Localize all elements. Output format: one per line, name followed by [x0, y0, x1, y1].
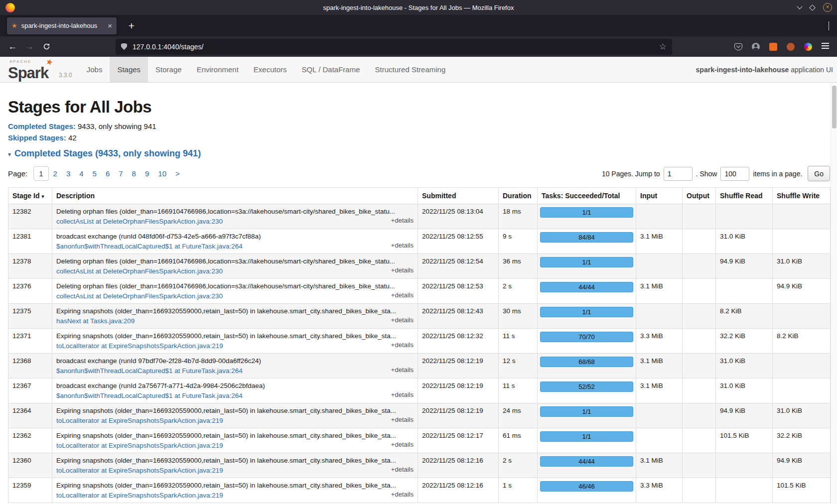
stage-description: Expiring snapshots (older_than=166932055… [56, 332, 414, 340]
table-row: 12367 broadcast exchange (runId 2a75677f… [8, 378, 831, 403]
stage-description: Deleting orphan files (older_than=166910… [56, 257, 414, 265]
stage-detail-link[interactable]: toLocalIterator at ExpireSnapshotsSparkA… [56, 342, 223, 350]
bookmark-star-icon[interactable]: ☆ [659, 41, 667, 52]
skipped-stages-link[interactable]: Skipped Stages: [8, 133, 66, 142]
items-per-page-input[interactable] [720, 167, 749, 181]
reload-button[interactable] [38, 39, 55, 54]
col-header-output[interactable]: Output [683, 188, 716, 204]
details-toggle[interactable]: +details [391, 466, 414, 473]
tab-bar: ★ spark-ingest-into-lakehous × + [0, 15, 837, 36]
details-toggle[interactable]: +details [391, 416, 414, 423]
hamburger-menu-icon[interactable] [822, 45, 829, 46]
forward-button[interactable]: → [21, 39, 38, 54]
new-tab-button[interactable]: + [125, 20, 139, 32]
jump-to-page-input[interactable] [664, 167, 693, 181]
col-header-submitted[interactable]: Submitted [418, 188, 499, 204]
nav-tab-structured-streaming[interactable]: Structured Streaming [368, 57, 453, 82]
details-toggle[interactable]: +details [391, 341, 414, 349]
details-toggle[interactable]: +details [391, 291, 414, 299]
stage-description: Expiring snapshots (older_than=166932055… [56, 457, 414, 464]
privacy-badger-extension-icon[interactable] [769, 43, 777, 51]
col-header-shuffle-write[interactable]: Shuffle Write [773, 188, 831, 204]
input-cell [636, 204, 683, 229]
description-cell: Expiring snapshots (older_than=166932055… [52, 329, 418, 354]
page-button[interactable]: 7 [114, 167, 127, 180]
completed-stages-section-toggle[interactable]: ▾ Completed Stages (9433, only showing 9… [8, 148, 830, 159]
application-ui-label: spark-ingest-into-lakehouse application … [696, 66, 833, 74]
stage-detail-link[interactable]: $anonfun$withThreadLocalCaptured$1 at Fu… [56, 392, 243, 399]
list-all-tabs-button[interactable] [829, 21, 829, 30]
stage-detail-link[interactable]: collectAsList at DeleteOrphanFilesSparkA… [56, 267, 223, 275]
tracking-protection-shield-icon[interactable] [121, 43, 127, 50]
stage-detail-link[interactable]: collectAsList at DeleteOrphanFilesSparkA… [56, 218, 223, 225]
col-header-description[interactable]: Description [52, 188, 418, 204]
stage-description: Deleting orphan files (older_than=166910… [56, 282, 414, 290]
url-bar[interactable]: 127.0.0.1:4040/stages/ ☆ [116, 39, 672, 55]
details-toggle[interactable]: +details [391, 391, 414, 398]
details-toggle[interactable]: +details [391, 491, 414, 498]
section-title: Completed Stages (9433, only showing 941… [14, 148, 201, 159]
tasks-progress-bar: 44/44 [540, 282, 633, 292]
details-toggle[interactable]: +details [391, 242, 414, 249]
page-button[interactable]: 6 [101, 167, 114, 180]
tab-close-button[interactable]: × [108, 21, 112, 30]
window-minimize-button[interactable] [797, 3, 802, 9]
nav-tab-executors[interactable]: Executors [246, 57, 294, 82]
col-header-stage-id[interactable]: Stage Id ▾ [8, 188, 52, 204]
page-button[interactable]: 5 [88, 167, 101, 180]
stage-detail-link[interactable]: toLocalIterator at ExpireSnapshotsSparkA… [56, 492, 223, 499]
stage-detail-link[interactable]: toLocalIterator at ExpireSnapshotsSparkA… [56, 442, 223, 449]
col-header-input[interactable]: Input [636, 188, 683, 204]
stage-description: Expiring snapshots (older_than=166932055… [56, 407, 414, 414]
input-cell [636, 304, 683, 329]
window-close-button[interactable]: × [823, 3, 832, 12]
extension-icon[interactable] [787, 43, 795, 51]
nav-tab-jobs[interactable]: Jobs [79, 57, 110, 82]
page-button[interactable]: 3 [62, 167, 75, 180]
sort-desc-icon: ▾ [41, 193, 44, 199]
stage-detail-link[interactable]: $anonfun$withThreadLocalCaptured$1 at Fu… [56, 367, 243, 375]
back-button[interactable]: ← [4, 39, 21, 54]
col-header-duration[interactable]: Duration [499, 188, 538, 204]
details-toggle[interactable]: +details [391, 266, 414, 274]
nav-tab-storage[interactable]: Storage [148, 57, 189, 82]
scrollbar-thumb[interactable] [832, 86, 837, 128]
details-toggle[interactable]: +details [391, 316, 414, 324]
nav-tab-sql-dataframe[interactable]: SQL / DataFrame [294, 57, 368, 82]
details-toggle[interactable]: +details [391, 217, 414, 224]
nav-tab-stages[interactable]: Stages [110, 57, 148, 82]
shuffle-read-cell [716, 204, 773, 229]
stage-detail-link[interactable]: hasNext at Tasks.java:209 [56, 317, 135, 325]
reload-icon [43, 43, 50, 50]
page-button[interactable]: 10 [153, 167, 171, 180]
page-button[interactable]: 4 [75, 167, 88, 180]
window-maximize-button[interactable] [809, 4, 816, 11]
spark-favicon-icon: ★ [11, 22, 17, 29]
col-header-shuffle-read[interactable]: Shuffle Read [716, 188, 773, 204]
page-button[interactable]: 9 [140, 167, 153, 180]
go-button[interactable]: Go [808, 166, 830, 181]
page-button[interactable]: 2 [49, 167, 62, 180]
page-scrollbar[interactable] [831, 83, 837, 504]
page-button-current[interactable]: 1 [33, 166, 48, 181]
nav-tab-environment[interactable]: Environment [189, 57, 246, 82]
details-toggle[interactable]: +details [391, 441, 414, 448]
tasks-progress-bar: 84/84 [540, 232, 633, 243]
stage-detail-link[interactable]: toLocalIterator at ExpireSnapshotsSparkA… [56, 467, 223, 474]
col-header-tasks[interactable]: Tasks: Succeeded/Total [538, 188, 636, 204]
next-page-button[interactable]: > [171, 167, 184, 180]
extension-starburst-icon[interactable] [804, 43, 812, 51]
input-cell: 3.3 MiB [636, 478, 683, 503]
stage-detail-link[interactable]: $anonfun$withThreadLocalCaptured$1 at Fu… [56, 243, 243, 250]
pocket-icon[interactable] [734, 43, 742, 50]
description-cell: Expiring snapshots (older_than=166932055… [52, 428, 418, 453]
stage-detail-link[interactable]: toLocalIterator at ExpireSnapshotsSparkA… [56, 417, 223, 424]
spark-logo[interactable]: APACHE Spark ★ [8, 57, 52, 82]
url-text[interactable]: 127.0.0.1:4040/stages/ [133, 43, 659, 51]
browser-tab-active[interactable]: ★ spark-ingest-into-lakehous × [7, 17, 117, 34]
details-toggle[interactable]: +details [391, 366, 414, 374]
page-button[interactable]: 8 [128, 167, 140, 180]
stage-detail-link[interactable]: collectAsList at DeleteOrphanFilesSparkA… [56, 292, 223, 300]
account-icon[interactable] [752, 43, 760, 51]
completed-stages-link[interactable]: Completed Stages: [8, 122, 76, 130]
